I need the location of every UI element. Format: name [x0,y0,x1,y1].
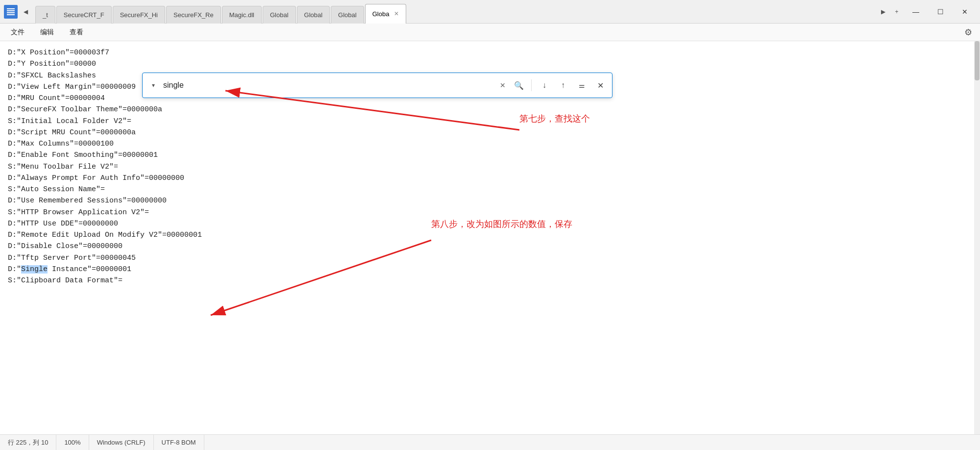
highlighted-single: Single [21,265,48,274]
search-icon[interactable]: 🔍 [512,78,526,93]
tab-6[interactable]: Global [297,6,330,24]
tab-scroll-left[interactable]: ◀ [20,5,31,19]
tab-0[interactable]: _t [35,6,55,24]
tab-2[interactable]: SecureFX_Hi [113,6,165,24]
line-7: S:"Initial Local Folder V2"= [8,116,972,127]
minimize-button[interactable]: — [905,4,927,20]
search-bar: ▾ ✕ 🔍 ↓ ↑ ⚌ ✕ [142,73,612,98]
close-button[interactable]: ✕ [954,4,976,20]
menu-bar: 文件 编辑 查看 ⚙ [0,24,980,41]
search-down-button[interactable]: ↓ [537,77,552,93]
search-close-button[interactable]: ✕ [592,77,608,93]
line-1: D:"X Position"=000003f7 [8,47,972,58]
tab-3[interactable]: SecureFX_Re [166,6,221,24]
line-9: D:"Max Columns"=00000100 [8,138,972,150]
svg-rect-3 [7,14,15,15]
line-11: S:"Menu Toolbar File V2"= [8,161,972,173]
title-bar-left: ◀ [0,5,35,19]
scrollbar[interactable] [974,41,980,434]
menu-view[interactable]: 查看 [63,26,90,39]
line-14: D:"Use Remembered Sessions"=00000000 [8,195,972,206]
app-icon [4,5,18,19]
svg-rect-0 [7,8,15,9]
tab-8-active[interactable]: Globa ✕ [365,4,407,24]
status-encoding: UTF-8 BOM [154,435,204,450]
line-12: D:"Always Prompt For Auth Info"=00000000 [8,173,972,184]
svg-rect-1 [7,10,15,11]
title-bar: ◀ _t SecureCRT_F SecureFX_Hi SecureFX_Re… [0,0,980,24]
line-20-single: D:"Single Instance"=00000001 [8,264,972,275]
maximize-button[interactable]: ☐ [929,4,952,20]
search-input[interactable] [163,81,494,90]
tab-controls: ▶ + — ☐ ✕ [873,4,980,20]
status-position: 行 225，列 10 [8,435,56,450]
search-dropdown-button[interactable]: ▾ [147,78,160,92]
line-8: D:"Script MRU Count"=0000000a [8,127,972,138]
line-18: D:"Disable Close"=00000000 [8,241,972,252]
status-bar: 行 225，列 10 100% Windows (CRLF) UTF-8 BOM [0,434,980,450]
settings-icon[interactable]: ⚙ [960,25,976,40]
line-2: D:"Y Position"=00000 [8,58,972,70]
line-13: S:"Auto Session Name"= [8,184,972,195]
tab-scroll-right[interactable]: ▶ [877,5,889,19]
line-10: D:"Enable Font Smoothing"=00000001 [8,150,972,161]
status-zoom: 100% [56,435,89,450]
line-6: D:"SecureFX Toolbar Theme"=0000000a [8,104,972,115]
text-editor-content[interactable]: D:"X Position"=000003f7 D:"Y Position"=0… [0,41,980,434]
menu-file[interactable]: 文件 [4,26,31,39]
tab-5[interactable]: Global [263,6,296,24]
close-tab-icon[interactable]: ✕ [394,10,399,17]
menu-items: 文件 编辑 查看 [4,26,90,39]
search-options-button[interactable]: ⚌ [574,77,589,93]
search-up-button[interactable]: ↑ [555,77,571,93]
svg-rect-2 [7,12,15,13]
scrollbar-thumb[interactable] [975,41,980,80]
tab-4[interactable]: Magic.dll [222,6,262,24]
tab-7[interactable]: Global [331,6,364,24]
line-15: S:"HTTP Browser Application V2"= [8,207,972,218]
line-17: D:"Remote Edit Upload On Modify V2"=0000… [8,229,972,241]
line-19: D:"Tftp Server Port"=00000045 [8,252,972,264]
tab-add[interactable]: + [891,5,903,19]
tab-list: _t SecureCRT_F SecureFX_Hi SecureFX_Re M… [35,0,873,24]
search-clear-button[interactable]: ✕ [497,79,509,91]
line-16: D:"HTTP Use DDE"=00000000 [8,218,972,229]
menu-edit[interactable]: 编辑 [33,26,61,39]
search-divider [531,79,532,91]
tab-1[interactable]: SecureCRT_F [56,6,112,24]
status-line-ending: Windows (CRLF) [89,435,154,450]
line-21: S:"Clipboard Data Format"= [8,275,972,286]
